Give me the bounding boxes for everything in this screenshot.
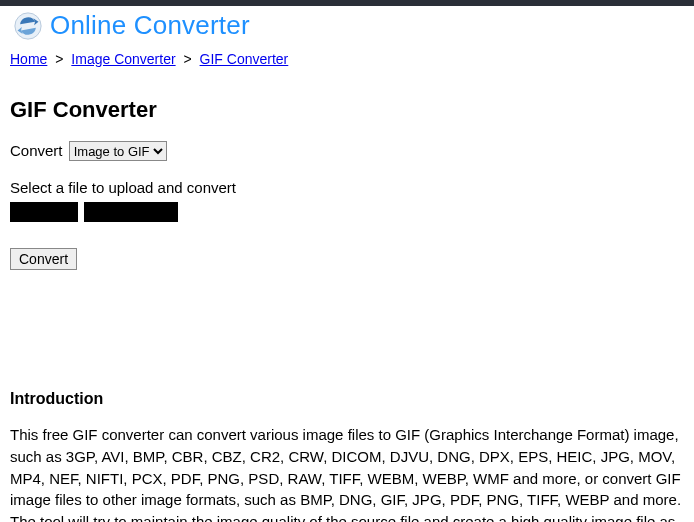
main-content: GIF Converter Convert Image to GIF Selec… — [0, 75, 694, 522]
refresh-arrows-icon — [14, 12, 42, 40]
file-upload-row — [10, 202, 684, 222]
select-file-label: Select a file to upload and convert — [10, 179, 684, 196]
convert-label: Convert — [10, 142, 63, 159]
site-title-link[interactable]: Online Converter — [50, 10, 250, 41]
breadcrumb-sep: > — [180, 51, 196, 67]
convert-row: Convert Image to GIF — [10, 141, 684, 161]
header: Online Converter — [0, 6, 694, 43]
convert-button[interactable]: Convert — [10, 248, 77, 270]
file-name-display — [84, 202, 178, 222]
page-title: GIF Converter — [10, 97, 684, 123]
convert-type-select[interactable]: Image to GIF — [69, 141, 167, 161]
breadcrumb-sep: > — [51, 51, 67, 67]
choose-file-button[interactable] — [10, 202, 78, 222]
introduction-text: This free GIF converter can convert vari… — [10, 424, 684, 522]
svg-point-0 — [15, 12, 41, 38]
introduction-heading: Introduction — [10, 390, 684, 408]
breadcrumb: Home > Image Converter > GIF Converter — [0, 43, 694, 75]
breadcrumb-home[interactable]: Home — [10, 51, 47, 67]
breadcrumb-gif-converter[interactable]: GIF Converter — [200, 51, 289, 67]
breadcrumb-image-converter[interactable]: Image Converter — [71, 51, 175, 67]
